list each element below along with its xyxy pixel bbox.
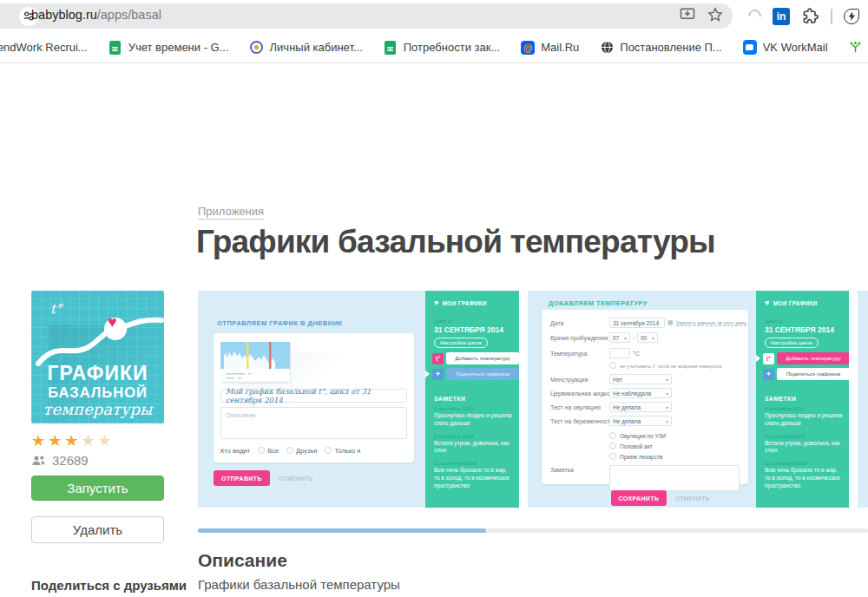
add-temperature-row[interactable]: t° Добавить температуру [432,352,519,364]
note-text: Всю ночь бросало то в жар, то в холод, т… [434,467,514,489]
checkbox-icon[interactable] [609,362,616,369]
chevron-down-icon: ▾ [666,418,668,424]
hour-value: 07 [613,335,619,341]
linkedin-extension-icon[interactable]: in [773,8,790,25]
star-icon[interactable]: ★ [81,432,97,449]
radio-everyone[interactable]: Все [258,447,279,455]
bookmark-time-tracking[interactable]: Учет времени - G... [108,41,229,55]
cervical-fluid-select[interactable]: Не наблюдала ▾ [609,388,672,398]
carousel-scrollbar-track[interactable] [198,528,868,533]
rating-stars[interactable]: ★★★★★ [31,431,115,450]
note-label: Заметка [550,467,574,473]
add-temperature-button[interactable]: Добавить температуру [446,352,519,364]
url-text[interactable]: babyblog.ru/apps/basal [31,8,161,22]
bookmark-label: Учет времени - G... [128,41,229,54]
share-chart-button[interactable]: Поделиться графиком [446,368,519,380]
launch-button[interactable]: Запустить [31,476,164,501]
chevron-down-icon: ▾ [652,335,654,341]
skip-temp-checkbox[interactable]: не учитывать t°, если не вовремя измерил… [609,362,722,369]
my-charts-brand[interactable]: ♥ МОИ ГРАФИКИ [434,298,487,307]
screenshot-carousel[interactable]: ОТПРАВЛЯЕМ ГРАФИК В ДНЕВНИК [198,291,868,508]
bookmark-needs[interactable]: Потребности зак... [384,41,500,55]
star-icon[interactable]: ★ [31,432,48,449]
note-item: 11 сентября 2014 Всю ночь бросало то в ж… [434,461,514,489]
checkbox-label: не учитывать t°, если не вовремя измерил… [620,364,722,369]
ovulation-test-select[interactable]: Не делала ▾ [609,402,672,412]
chart-title-input[interactable]: Мой график базальной t°, цикл от 31 сент… [220,389,407,403]
delete-button[interactable]: Удалить [31,516,164,543]
share-chart-button[interactable]: Поделиться графиком [777,368,849,380]
wake-hour-select[interactable]: 07 ▾ [609,332,630,343]
cycle-settings-button[interactable]: Настройка цикла [434,338,488,348]
star-icon[interactable]: ★ [64,432,81,449]
save-button[interactable]: СОХРАНИТЬ [611,490,667,506]
heart-icon: ♥ [108,313,117,331]
users-icon [31,455,46,467]
url-path: /apps/basal [97,8,161,22]
pregnancy-test-select[interactable]: Не делала ▾ [609,416,672,426]
delete-day-data-link[interactable]: Удалить данные за этот день [676,320,747,326]
radio-friends[interactable]: Друзья [286,447,317,455]
note-textarea[interactable] [609,465,740,491]
my-charts-brand[interactable]: ♥ МОИ ГРАФИКИ [765,298,818,307]
cancel-link[interactable]: ОТМЕНИТЬ [675,495,710,502]
note-date: 1 сентября 2014 [765,406,845,411]
bookmark-mailru[interactable]: @ Mail.Ru [521,41,579,55]
browser-toolbar: babyblog.ru/apps/basal in [0,0,868,32]
note-text: Встала утром, довольна, как слон [765,440,845,456]
radio-only-me[interactable]: Только я [325,447,360,455]
cancel-link[interactable]: ОТМЕНИТЬ [279,476,313,482]
cycle-settings-button[interactable]: Настройка цикла [765,338,819,348]
share-with-friends-heading: Поделиться с друзьями [31,578,187,593]
radio-icon[interactable] [286,447,293,454]
app-sidebar: ♥ МОИ ГРАФИКИ Цикл от 31 СЕНТЯБРЯ 2014 Н… [425,291,519,508]
description-textarea[interactable]: Описание [220,407,407,439]
bookmark-label: Постановление П... [620,41,721,54]
radio-icon[interactable] [325,447,332,454]
checkbox-icon[interactable] [609,443,616,449]
chevron-down-icon: ▾ [666,404,668,410]
breadcrumb-apps-link[interactable]: Приложения [198,205,264,220]
bookmark-vk-workmail[interactable]: VK WorkMail [743,40,828,55]
plus-icon: + [763,369,774,380]
share-chart-row[interactable]: + Поделиться графиком [763,368,849,380]
install-app-icon[interactable] [679,6,698,25]
calendar-icon[interactable]: ▦ [667,319,674,326]
add-temperature-button[interactable]: Добавить температуру [777,352,849,364]
intercourse-checkbox[interactable]: Половой акт [609,443,653,449]
send-button[interactable]: ОТПРАВИТЬ [214,470,270,486]
medication-checkbox[interactable]: Прием лекарств [609,453,662,460]
bookmark-personal-cabinet[interactable]: Личный кабинет... [250,41,363,55]
wake-minute-select[interactable]: 00 ▾ [637,332,658,343]
star-icon[interactable]: ★ [98,432,115,449]
app-screenshot-1: ОТПРАВЛЯЕМ ГРАФИК В ДНЕВНИК [198,291,519,508]
radio-label: Все [267,447,279,455]
screen2-heading: ДОБАВЛЯЕМ ТЕМПЕРАТУРУ [549,299,648,307]
star-icon[interactable]: ★ [48,432,64,449]
date-input[interactable]: 31 сентября 2014 [609,318,665,328]
checkbox-icon[interactable] [609,432,616,439]
energy-saver-icon[interactable] [844,9,859,24]
users-count: 32689 [31,453,89,468]
add-temperature-row[interactable]: t° Добавить температуру [763,352,849,364]
chevron-down-icon: ▾ [624,335,627,341]
extensions-puzzle-icon[interactable] [801,7,819,25]
radio-icon[interactable] [258,447,265,454]
bookmark-resolution[interactable]: Постановление П... [600,41,721,55]
bookmark-tempo-jira[interactable]: Tempo - BSS JIRA... [849,41,868,55]
checkbox-icon[interactable] [609,453,616,460]
bookmark-friendwork[interactable]: iendWork Recrui... [0,41,88,54]
date-label: Дата [550,320,564,326]
carousel-scrollbar-thumb[interactable] [198,528,486,533]
ovulation-ultrasound-checkbox[interactable]: Овуляция по УЗИ [609,432,666,439]
time-colon: : [633,335,635,341]
temperature-input[interactable] [609,348,630,358]
cycle-from-label: Цикл от [434,318,453,324]
note-item: 1 сентября 2014 Проснулась поздно и реши… [434,406,514,428]
bookmark-star-icon[interactable] [707,6,726,25]
menstruation-select[interactable]: Нет ▾ [609,374,672,384]
screen1-form-card: Мой график базальной t°, цикл от 31 сент… [214,333,414,463]
brand-label: МОИ ГРАФИКИ [443,300,487,306]
share-chart-row[interactable]: + Поделиться графиком [432,368,519,380]
note-text: Проснулась поздно и решила спать дальше [434,412,514,428]
